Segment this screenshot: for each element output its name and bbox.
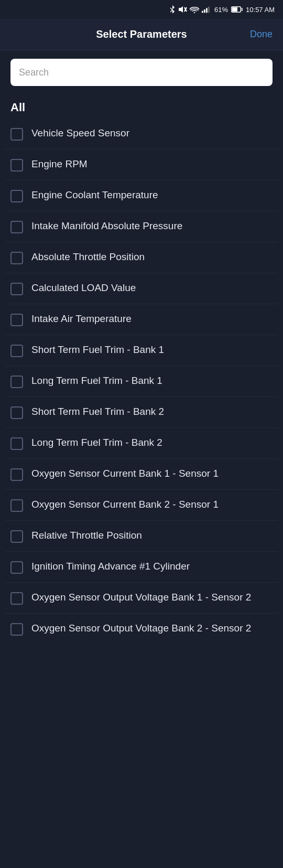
list-item[interactable]: Calculated LOAD Value bbox=[5, 273, 278, 304]
page-title: Select Parameters bbox=[96, 28, 187, 40]
checkbox-11[interactable] bbox=[10, 437, 23, 450]
list-item[interactable]: Oxygen Sensor Current Bank 1 - Sensor 1 bbox=[5, 459, 278, 490]
parameter-list: Vehicle Speed SensorEngine RPMEngine Coo… bbox=[0, 119, 283, 644]
checkbox-12[interactable] bbox=[10, 468, 23, 481]
checkbox-2[interactable] bbox=[10, 159, 23, 172]
mute-icon bbox=[179, 6, 187, 13]
checkbox-4[interactable] bbox=[10, 221, 23, 233]
list-item[interactable]: Short Term Fuel Trim - Bank 1 bbox=[5, 335, 278, 366]
list-item[interactable]: Ignition Timing Advance #1 Cylinder bbox=[5, 552, 278, 583]
param-label-4: Intake Manifold Absolute Pressure bbox=[31, 220, 273, 233]
checkbox-7[interactable] bbox=[10, 314, 23, 326]
list-item[interactable]: Intake Air Temperature bbox=[5, 304, 278, 335]
param-label-11: Long Term Fuel Trim - Bank 2 bbox=[31, 436, 273, 449]
svg-rect-3 bbox=[202, 11, 203, 13]
battery-text: 61% bbox=[214, 6, 228, 14]
param-label-12: Oxygen Sensor Current Bank 1 - Sensor 1 bbox=[31, 467, 273, 480]
list-item[interactable]: Long Term Fuel Trim - Bank 1 bbox=[5, 366, 278, 397]
list-item[interactable]: Intake Manifold Absolute Pressure bbox=[5, 211, 278, 242]
bluetooth-icon bbox=[169, 5, 176, 14]
list-item[interactable]: Long Term Fuel Trim - Bank 2 bbox=[5, 428, 278, 459]
param-label-13: Oxygen Sensor Current Bank 2 - Sensor 1 bbox=[31, 498, 273, 511]
param-label-8: Short Term Fuel Trim - Bank 1 bbox=[31, 344, 273, 357]
param-label-5: Absolute Throttle Position bbox=[31, 251, 273, 264]
checkbox-15[interactable] bbox=[10, 561, 23, 574]
list-item[interactable]: Oxygen Sensor Output Voltage Bank 1 - Se… bbox=[5, 583, 278, 614]
param-label-1: Vehicle Speed Sensor bbox=[31, 127, 273, 140]
checkbox-3[interactable] bbox=[10, 190, 23, 202]
checkbox-6[interactable] bbox=[10, 283, 23, 295]
checkbox-1[interactable] bbox=[10, 128, 23, 141]
checkbox-10[interactable] bbox=[10, 406, 23, 419]
battery-icon bbox=[231, 6, 243, 13]
svg-marker-0 bbox=[179, 6, 183, 13]
list-item[interactable]: Relative Throttle Position bbox=[5, 521, 278, 552]
list-item[interactable]: Short Term Fuel Trim - Bank 2 bbox=[5, 397, 278, 428]
checkbox-13[interactable] bbox=[10, 499, 23, 512]
status-bar: 61% 10:57 AM bbox=[0, 0, 283, 19]
signal-icon bbox=[202, 6, 211, 13]
section-all-label: All bbox=[0, 94, 283, 119]
status-icons bbox=[169, 5, 211, 14]
param-label-7: Intake Air Temperature bbox=[31, 313, 273, 326]
svg-rect-8 bbox=[232, 7, 237, 12]
param-label-10: Short Term Fuel Trim - Bank 2 bbox=[31, 405, 273, 419]
list-item[interactable]: Vehicle Speed Sensor bbox=[5, 119, 278, 149]
list-item[interactable]: Engine RPM bbox=[5, 149, 278, 180]
list-item[interactable]: Oxygen Sensor Output Voltage Bank 2 - Se… bbox=[5, 614, 278, 644]
list-item[interactable]: Oxygen Sensor Current Bank 2 - Sensor 1 bbox=[5, 490, 278, 521]
wifi-icon bbox=[190, 6, 199, 13]
checkbox-8[interactable] bbox=[10, 345, 23, 357]
search-container bbox=[0, 50, 283, 94]
list-item[interactable]: Absolute Throttle Position bbox=[5, 242, 278, 273]
checkbox-14[interactable] bbox=[10, 530, 23, 543]
done-button[interactable]: Done bbox=[250, 29, 273, 40]
checkbox-16[interactable] bbox=[10, 592, 23, 605]
checkbox-5[interactable] bbox=[10, 252, 23, 264]
param-label-14: Relative Throttle Position bbox=[31, 529, 273, 542]
checkbox-17[interactable] bbox=[10, 623, 23, 636]
param-label-9: Long Term Fuel Trim - Bank 1 bbox=[31, 374, 273, 388]
svg-rect-5 bbox=[206, 8, 208, 13]
list-item[interactable]: Engine Coolant Temperature bbox=[5, 180, 278, 211]
header: Select Parameters Done bbox=[0, 19, 283, 50]
svg-rect-4 bbox=[204, 9, 205, 13]
param-label-2: Engine RPM bbox=[31, 158, 273, 171]
time-text: 10:57 AM bbox=[246, 6, 275, 14]
param-label-15: Ignition Timing Advance #1 Cylinder bbox=[31, 560, 273, 573]
param-label-17: Oxygen Sensor Output Voltage Bank 2 - Se… bbox=[31, 622, 273, 635]
checkbox-9[interactable] bbox=[10, 376, 23, 388]
param-label-16: Oxygen Sensor Output Voltage Bank 1 - Se… bbox=[31, 591, 273, 604]
param-label-6: Calculated LOAD Value bbox=[31, 282, 273, 295]
svg-rect-6 bbox=[208, 7, 210, 13]
param-label-3: Engine Coolant Temperature bbox=[31, 189, 273, 202]
search-input[interactable] bbox=[10, 59, 273, 86]
